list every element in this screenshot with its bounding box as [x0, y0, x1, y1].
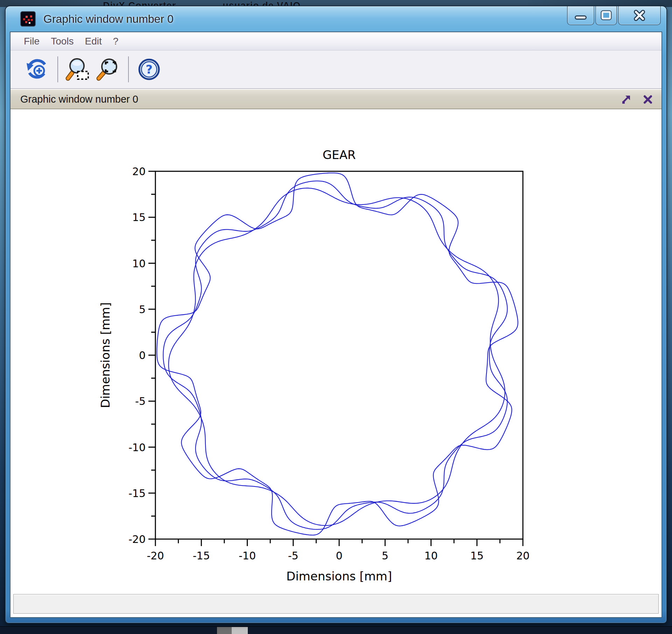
menu-edit[interactable]: Edit — [79, 36, 107, 47]
menu-help[interactable]: ? — [107, 36, 124, 47]
dock-title: Graphic window number 0 — [20, 94, 611, 105]
zoom-area-icon — [65, 56, 92, 83]
svg-text:0: 0 — [336, 550, 342, 562]
plot-title: GEAR — [323, 148, 356, 162]
window-title: Graphic window number 0 — [43, 13, 174, 26]
svg-text:-15: -15 — [193, 550, 210, 562]
toolbar-separator — [57, 56, 58, 82]
maximize-button[interactable] — [595, 6, 617, 25]
svg-text:15: 15 — [132, 211, 146, 223]
background-taskbar-tab — [232, 627, 248, 634]
statusbar — [13, 594, 659, 614]
client-area: File Tools Edit ? — [10, 32, 662, 618]
svg-text:-15: -15 — [128, 487, 146, 499]
reset-zoom-button[interactable] — [93, 55, 122, 83]
close-icon — [632, 9, 647, 22]
help-icon: ? — [137, 57, 161, 81]
svg-text:?: ? — [146, 62, 153, 76]
close-button[interactable] — [618, 6, 661, 25]
reset-zoom-icon — [94, 56, 121, 83]
svg-text:-20: -20 — [147, 550, 164, 562]
gear-plot: GEAR Dimensions [mm] Dimensions [mm] -20… — [10, 109, 662, 591]
y-axis-label: Dimensions [mm] — [98, 302, 112, 408]
graphic-window: Graphic window number 0 — [5, 6, 667, 623]
svg-text:10: 10 — [424, 550, 438, 562]
svg-text:5: 5 — [382, 550, 388, 562]
toolbar-separator — [128, 56, 129, 82]
help-button[interactable]: ? — [134, 55, 164, 83]
minimize-button[interactable] — [567, 6, 594, 25]
svg-text:10: 10 — [132, 257, 146, 270]
svg-text:15: 15 — [470, 550, 484, 562]
undock-button[interactable] — [620, 93, 633, 105]
taskbar-strip — [0, 626, 672, 634]
background-taskbar-tab — [217, 627, 232, 634]
svg-text:0: 0 — [139, 349, 146, 361]
svg-text:5: 5 — [139, 303, 146, 316]
original-view-button[interactable] — [22, 55, 52, 83]
undock-icon — [621, 94, 632, 105]
dock-close-button[interactable] — [641, 93, 654, 105]
window-controls — [567, 6, 661, 25]
menu-tools[interactable]: Tools — [45, 36, 79, 47]
original-view-icon — [24, 57, 50, 82]
svg-text:-5: -5 — [288, 550, 299, 562]
plot-canvas[interactable]: GEAR Dimensions [mm] Dimensions [mm] -20… — [10, 109, 662, 591]
svg-text:-10: -10 — [128, 441, 146, 454]
svg-text:-20: -20 — [128, 533, 146, 545]
maximize-icon — [599, 9, 613, 22]
scilab-logo-icon — [20, 11, 36, 27]
zoom-area-button[interactable] — [64, 55, 93, 83]
minimize-icon — [574, 9, 588, 22]
svg-text:20: 20 — [516, 550, 530, 562]
menu-file[interactable]: File — [20, 36, 45, 47]
titlebar[interactable]: Graphic window number 0 — [6, 6, 666, 32]
svg-text:-5: -5 — [135, 395, 146, 407]
dock-header[interactable]: Graphic window number 0 — [10, 89, 662, 109]
svg-text:20: 20 — [132, 165, 146, 178]
x-axis-label: Dimensions [mm] — [286, 569, 392, 583]
close-icon — [642, 94, 653, 105]
menubar: File Tools Edit ? — [10, 32, 662, 50]
svg-text:-10: -10 — [239, 550, 256, 562]
toolbar: ? — [10, 50, 662, 89]
